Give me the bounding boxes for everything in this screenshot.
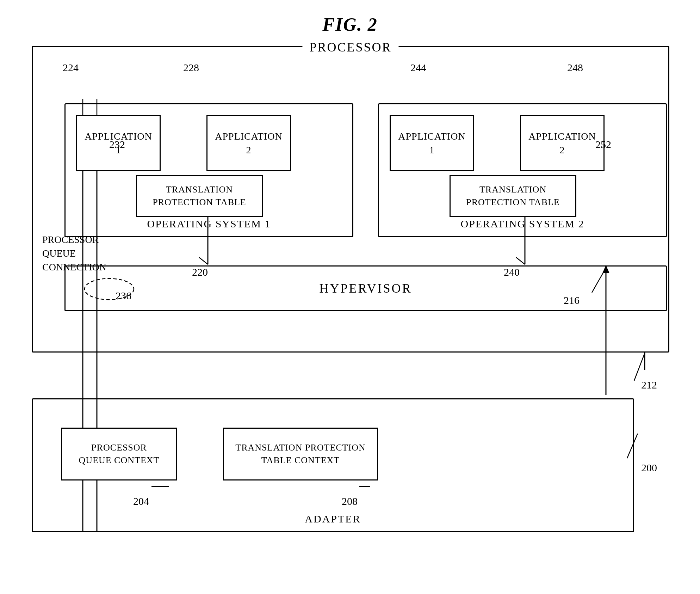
tpt-os1-line2: PROTECTION TABLE [153, 196, 246, 209]
app1-os2-box: APPLICATION 1 [390, 115, 474, 171]
tpt-os2-line1: TRANSLATION [479, 183, 546, 196]
app2-os2-line2: 2 [560, 143, 565, 157]
hypervisor-label: HYPERVISOR [319, 281, 412, 296]
os1-box: OPERATING SYSTEM 1 APPLICATION 1 APPLICA… [64, 103, 353, 237]
ref-228: 228 [183, 62, 199, 74]
app2-os2-line1: APPLICATION [528, 129, 596, 143]
app2-os1-line2: 2 [246, 143, 252, 157]
pq-context-line2: QUEUE CONTEXT [79, 454, 160, 467]
ref-204: 204 [133, 495, 149, 507]
tpt-os1-line1: TRANSLATION [166, 183, 233, 196]
svg-line-15 [634, 353, 645, 381]
os2-label: OPERATING SYSTEM 2 [460, 218, 584, 230]
ref-208: 208 [342, 495, 358, 507]
tpt-os2-box: TRANSLATION PROTECTION TABLE [450, 175, 576, 217]
pq-context-box: PROCESSOR QUEUE CONTEXT [61, 428, 177, 480]
pqc-label: PROCESSOR QUEUE CONNECTION [42, 233, 106, 274]
adapter-box: ADAPTER PROCESSOR QUEUE CONTEXT TRANSLAT… [32, 398, 634, 532]
app1-os2-line2: 1 [429, 143, 435, 157]
pq-context-line1: PROCESSOR [91, 441, 147, 454]
ref-232: 232 [109, 139, 125, 151]
ref-224: 224 [63, 62, 79, 74]
tpt-os2-line2: PROTECTION TABLE [466, 196, 560, 209]
ref-220: 220 [192, 266, 208, 278]
pqc-line3: CONNECTION [42, 262, 106, 272]
page: FIG. 2 [0, 0, 700, 594]
tpt-context-box: TRANSLATION PROTECTION TABLE CONTEXT [223, 428, 378, 480]
tpt-context-line1: TRANSLATION PROTECTION [235, 441, 365, 454]
processor-box: PROCESSOR OPERATING SYSTEM 1 APPLICATION… [32, 46, 669, 353]
fig-title: FIG. 2 [322, 14, 377, 35]
tpt-os1-box: TRANSLATION PROTECTION TABLE [136, 175, 263, 217]
app2-os2-box: APPLICATION 2 [520, 115, 605, 171]
ref-244: 244 [410, 62, 426, 74]
app1-os2-line1: APPLICATION [398, 129, 465, 143]
ref-252: 252 [595, 139, 611, 151]
app2-os1-line1: APPLICATION [215, 129, 282, 143]
ref-248: 248 [567, 62, 583, 74]
os1-label: OPERATING SYSTEM 1 [147, 218, 271, 230]
ref-240: 240 [504, 266, 520, 278]
ref-236: 236 [116, 290, 131, 302]
ref-212: 212 [641, 379, 657, 391]
ref-216: 216 [564, 294, 580, 306]
tpt-context-line2: TABLE CONTEXT [261, 454, 340, 467]
app2-os1-box: APPLICATION 2 [206, 115, 291, 171]
processor-label: PROCESSOR [302, 40, 398, 55]
pqc-line1: PROCESSOR [42, 234, 99, 245]
adapter-label: ADAPTER [305, 513, 361, 525]
pqc-line2: QUEUE [42, 248, 76, 259]
os2-box: OPERATING SYSTEM 2 APPLICATION 1 APPLICA… [378, 103, 667, 237]
ref-200: 200 [641, 462, 657, 474]
